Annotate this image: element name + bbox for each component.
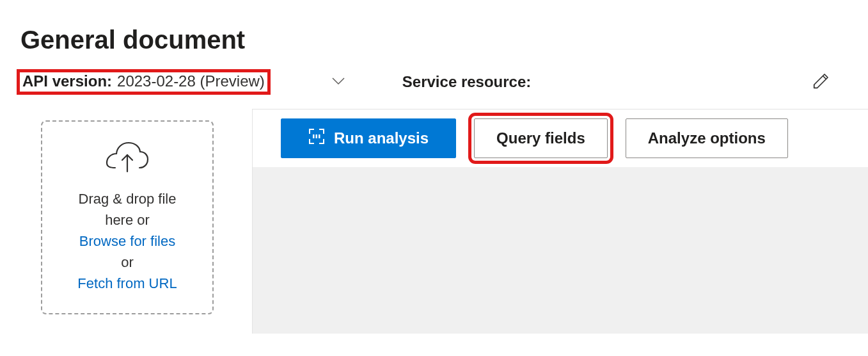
content-row: Drag & drop file here or Browse for file… — [0, 109, 868, 334]
svg-rect-0 — [313, 134, 315, 138]
upload-dropzone[interactable]: Drag & drop file here or Browse for file… — [41, 120, 214, 314]
svg-rect-2 — [319, 134, 320, 138]
info-row: API version: 2023-02-28 (Preview) Servic… — [0, 67, 868, 109]
fetch-url-link[interactable]: Fetch from URL — [54, 273, 201, 294]
api-version-selector[interactable]: API version: 2023-02-28 (Preview) — [17, 69, 271, 95]
upload-or: or — [54, 252, 201, 273]
upload-drag-line2: here or — [54, 209, 201, 231]
cloud-upload-icon — [54, 141, 201, 177]
pencil-icon — [812, 83, 831, 92]
svg-rect-1 — [316, 134, 318, 138]
run-analysis-button[interactable]: Run analysis — [281, 118, 456, 158]
run-analysis-label: Run analysis — [334, 129, 429, 147]
preview-area — [253, 167, 868, 334]
browse-files-link[interactable]: Browse for files — [54, 231, 201, 252]
api-version-value: 2023-02-28 (Preview) — [117, 72, 265, 90]
upload-drag-line1: Drag & drop file — [54, 188, 201, 209]
edit-button[interactable] — [808, 67, 835, 96]
service-resource-label: Service resource: — [402, 73, 531, 91]
right-area: Run analysis Query fields Analyze option… — [252, 109, 868, 334]
chevron-down-icon[interactable] — [332, 76, 345, 88]
query-fields-label: Query fields — [496, 129, 585, 147]
toolbar: Run analysis Query fields Analyze option… — [253, 109, 868, 167]
page-title: General document — [0, 0, 868, 67]
upload-text: Drag & drop file here or Browse for file… — [54, 188, 201, 294]
service-resource-group: Service resource: — [402, 67, 848, 96]
analyze-options-label: Analyze options — [648, 129, 766, 147]
analysis-icon — [308, 128, 325, 149]
query-fields-button[interactable]: Query fields — [474, 118, 608, 158]
api-version-label: API version: — [22, 72, 112, 90]
analyze-options-button[interactable]: Analyze options — [626, 118, 788, 158]
